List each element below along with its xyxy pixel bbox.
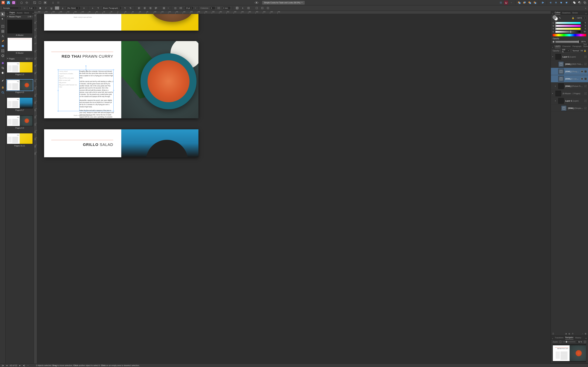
leading-dropdown[interactable]: 15 pt▼	[184, 6, 193, 10]
layer-row[interactable]: T[IDML] (1 carrot, sliced ¶1 s✓	[551, 75, 588, 83]
pages-add-icon[interactable]: ▫	[30, 58, 31, 60]
pin-icon[interactable]	[51, 0, 55, 5]
flip-h-icon[interactable]	[549, 0, 553, 5]
pages-single2-icon[interactable]: ▯	[28, 58, 30, 60]
misc2-icon[interactable]	[260, 6, 264, 10]
textframe-icon[interactable]	[235, 6, 239, 10]
spread-2-3[interactable]: Simple cooks for taste and looks	[44, 14, 199, 31]
pan-tool-icon[interactable]	[0, 85, 5, 90]
bool-subtract-icon[interactable]	[578, 0, 582, 5]
clip-canvas-icon[interactable]	[38, 0, 42, 5]
underline-button[interactable]: U	[49, 6, 53, 10]
ruler-vertical[interactable]: -80-60-40-200204060801001201401601802002…	[34, 14, 37, 364]
persona-photo-icon[interactable]	[12, 0, 16, 5]
lock-icon[interactable]: 🔒	[572, 17, 574, 19]
fill-tool-icon[interactable]	[0, 61, 5, 65]
slider-c[interactable]	[555, 22, 581, 24]
layer-row[interactable]: T[IDML] (Roughly chop the c✓	[551, 68, 588, 75]
tab-paragraph[interactable]: Paragraph	[572, 45, 581, 48]
master-pages-header[interactable]: ▼Master Pages ▯ ⊟ ▫	[6, 15, 34, 18]
move-back-one-icon[interactable]	[522, 0, 527, 5]
zoom-in-icon[interactable]: +	[584, 341, 586, 343]
page-add-button[interactable]: ▫	[27, 364, 29, 367]
context-overflow-icon[interactable]: »	[585, 7, 586, 9]
ring-tool-icon[interactable]	[0, 53, 5, 58]
zoom-tool-icon[interactable]	[0, 90, 5, 95]
colour-mode-dropdown[interactable]: CMYK▼	[575, 16, 586, 20]
bold-button[interactable]: B	[38, 6, 42, 10]
character-style-dropdown[interactable]: [No Style]▼	[66, 6, 80, 10]
rectangle-tool-icon[interactable]	[0, 44, 5, 48]
zoom-slider[interactable]	[563, 342, 575, 342]
canvas-area[interactable]: mm -220-200-180-160-140-120-100-80-60-40…	[34, 11, 551, 364]
move-tool-icon[interactable]	[0, 12, 5, 17]
move-front-one-icon[interactable]	[528, 0, 532, 5]
ruler-horizontal[interactable]: -220-200-180-160-140-120-100-80-60-40-20…	[37, 11, 551, 14]
tab-transform[interactable]: Transform	[555, 336, 563, 339]
align-justify-left-icon[interactable]	[154, 6, 158, 10]
mesh-icon[interactable]	[25, 0, 29, 5]
tab-stroke[interactable]: Stroke	[572, 11, 578, 15]
pages-facing-icon[interactable]: ▯▯	[26, 58, 28, 60]
pages-header[interactable]: ▼Pages ▯▯ ▯ ▫ ▫	[6, 57, 34, 60]
fill-stroke-swatch[interactable]	[553, 15, 558, 21]
font-size-dropdown[interactable]: 9 pt▼	[28, 6, 37, 10]
snap-settings-icon[interactable]	[509, 0, 513, 5]
master-a-thumb[interactable]	[7, 20, 32, 33]
layer-adjust-icon[interactable]: ◐	[569, 333, 570, 335]
align-center-icon[interactable]	[143, 6, 147, 10]
preflight-icon[interactable]	[254, 0, 259, 5]
flip-v-icon[interactable]	[554, 0, 558, 5]
snapping-icon[interactable]	[504, 0, 508, 5]
tab-navigator[interactable]: Navigator	[565, 335, 573, 339]
slider-m[interactable]	[555, 25, 581, 27]
bool-intersect-icon[interactable]	[583, 0, 587, 5]
frame-text-tool-icon[interactable]: T	[0, 24, 5, 29]
tab-colour[interactable]: Colour	[555, 11, 560, 15]
tab-stock[interactable]: Stock	[24, 11, 29, 15]
blend-mode-dropdown[interactable]: Normal▼	[571, 49, 580, 52]
preview-mode-icon[interactable]	[43, 0, 47, 5]
typography-icon[interactable]: ä	[82, 6, 86, 10]
tab-textstyles[interactable]: Text Styles	[583, 42, 588, 48]
spread-4-5[interactable]: RED THAI PRAWN CURRY 1 carrot, sliced 1 …	[44, 41, 199, 118]
layer-delete-icon[interactable]: 🗑	[585, 333, 587, 335]
prev-page-button[interactable]: ◂	[6, 364, 8, 367]
opacity-slider[interactable]	[555, 41, 579, 43]
layer-row[interactable]: ▸Layer 1 (Layer)✓	[551, 97, 588, 105]
pages-thumb-icon[interactable]: ▫	[32, 58, 32, 60]
align-panel-icon[interactable]	[541, 0, 545, 5]
eyedropper-small-icon[interactable]: ✎	[559, 17, 561, 19]
layer-mask-icon[interactable]: ◑	[565, 333, 567, 335]
layer-row[interactable]: T[IDML] (Simple cooks for✓	[551, 105, 588, 112]
tab-assets[interactable]: Assets	[17, 11, 22, 15]
baseline-icon[interactable]	[56, 0, 60, 5]
move-front-icon[interactable]	[533, 0, 537, 5]
nav-zoom-value[interactable]: 50 %	[576, 341, 583, 343]
rotate-ccw-icon[interactable]	[559, 0, 563, 5]
master-single-icon[interactable]: ▯	[28, 15, 29, 18]
picture-frame-tool-icon[interactable]	[0, 49, 5, 53]
tab-character[interactable]: Character	[562, 45, 571, 48]
misc1-icon[interactable]	[255, 6, 259, 10]
panel-menu-icon[interactable]: ≡	[33, 12, 34, 15]
default-view-icon[interactable]	[33, 0, 37, 5]
table-tool-icon[interactable]	[0, 29, 5, 33]
italic-button[interactable]: I	[44, 6, 48, 10]
tab-pages[interactable]: Pages	[9, 11, 15, 15]
slider-y[interactable]	[555, 28, 581, 30]
move-back-icon[interactable]	[517, 0, 521, 5]
layer-row[interactable]: ▾Layer 1 (Layer)✓	[551, 53, 588, 60]
eyedropper-tool-icon[interactable]	[0, 78, 5, 83]
font-stepper-icon[interactable]: ‹›	[22, 6, 26, 10]
master-b-thumb[interactable]	[7, 38, 32, 51]
artistic-text-tool-icon[interactable]: A	[0, 34, 5, 38]
rotate-cw-icon[interactable]	[564, 0, 569, 5]
spectrum-picker[interactable]	[553, 34, 586, 36]
crop-tool-icon[interactable]	[0, 66, 5, 70]
misc3-icon[interactable]	[266, 6, 270, 10]
pilcrow-icon[interactable]: ¶	[123, 6, 127, 10]
master-add-icon[interactable]: ▫	[32, 16, 32, 18]
text-small-icon[interactable]: a	[90, 6, 95, 10]
layer-add-icon[interactable]: ▫	[582, 333, 583, 335]
